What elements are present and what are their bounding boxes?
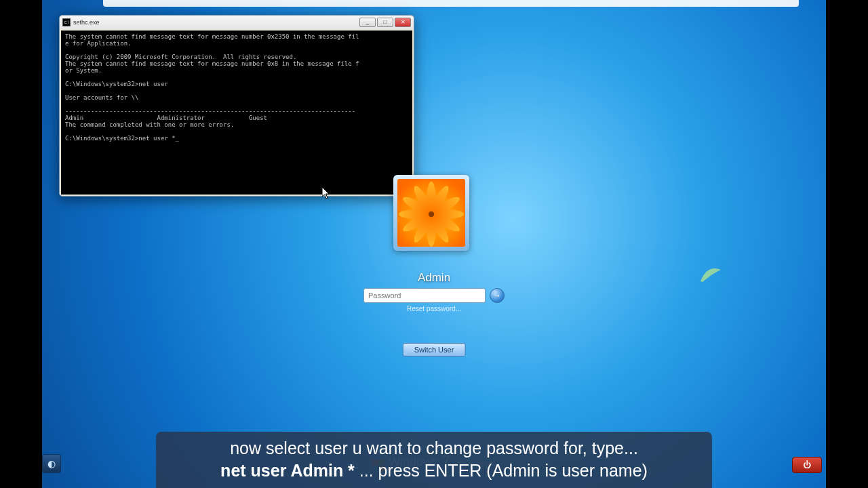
reset-password-link[interactable]: Reset password... [42, 305, 826, 312]
subtitle-caption: now select user u want to change passwor… [156, 432, 712, 488]
ease-of-access-icon: ◐ [47, 458, 56, 469]
cmd-window[interactable]: c:\ sethc.exe _ □ ✕ The system cannot fi… [59, 15, 414, 197]
password-row: → [42, 288, 826, 303]
arrow-right-icon: → [493, 291, 501, 300]
login-screen: c:\ sethc.exe _ □ ✕ The system cannot fi… [42, 0, 826, 488]
password-input[interactable] [363, 288, 486, 303]
maximize-button[interactable]: □ [377, 18, 393, 27]
switch-user-button[interactable]: Switch User [403, 343, 466, 357]
avatar-flower-icon [397, 179, 465, 247]
cmd-icon: c:\ [62, 18, 71, 26]
user-avatar[interactable] [393, 175, 469, 251]
username-label: Admin [42, 271, 826, 285]
power-button[interactable]: ⏻ [792, 457, 822, 473]
top-white-bar [103, 0, 799, 7]
caption-line2: ... press ENTER (Admin is user name) [355, 461, 648, 480]
cmd-title: sethc.exe [73, 19, 358, 26]
cmd-output: The system cannot find message text for … [65, 33, 408, 142]
ease-of-access-button[interactable]: ◐ [42, 454, 61, 473]
submit-button[interactable]: → [490, 288, 505, 303]
minimize-button[interactable]: _ [359, 18, 376, 27]
cmd-body[interactable]: The system cannot find message text for … [61, 30, 412, 195]
caption-line1: now select user u want to change passwor… [230, 439, 638, 458]
caption-bold: net user Admin * [220, 461, 355, 480]
close-button[interactable]: ✕ [395, 18, 411, 27]
cmd-titlebar[interactable]: c:\ sethc.exe _ □ ✕ [60, 16, 414, 29]
power-icon: ⏻ [803, 460, 811, 470]
